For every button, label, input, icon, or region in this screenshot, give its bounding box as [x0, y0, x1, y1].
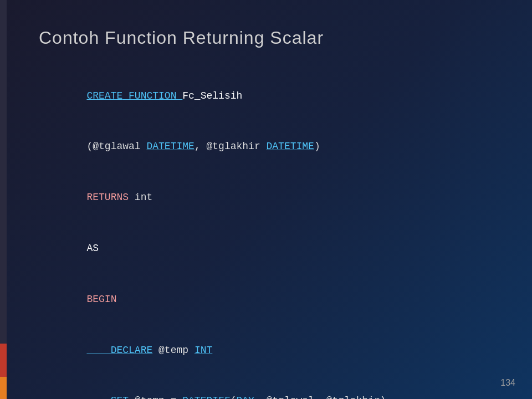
keyword-datediff: DATEDIFF [182, 395, 230, 399]
keyword-returns: RETURNS [86, 192, 129, 203]
code-line-4: AS [39, 223, 499, 274]
param-suffix: ) [314, 141, 320, 152]
keyword-set: SET [86, 395, 129, 399]
accent-bar-red [0, 344, 7, 377]
datediff-rest: , @tglawal, @tglakhir) [254, 395, 386, 399]
datetime2: DATETIME [267, 141, 314, 152]
param2: , @tglakhir [195, 141, 267, 152]
code-line-1: CREATE FUNCTION Fc_Selisih [39, 70, 499, 121]
keyword-as: AS [86, 243, 99, 254]
code-line-2: (@tglawal DATETIME, @tglakhir DATETIME) [39, 121, 499, 172]
keyword-create: CREATE [86, 90, 122, 101]
keyword-function: FUNCTION [122, 90, 182, 101]
datediff-open: ( [231, 395, 237, 399]
declare-var: @temp [152, 345, 195, 356]
code-line-3: RETURNS int [39, 172, 499, 223]
keyword-declare: DECLARE [86, 345, 152, 356]
slide-title: Contoh Function Returning Scalar [39, 28, 499, 48]
accent-bar-orange [0, 377, 7, 399]
datetime1: DATETIME [146, 141, 194, 152]
keyword-int: INT [195, 345, 212, 356]
set-code: @temp = [129, 395, 182, 399]
keyword-begin: BEGIN [86, 294, 116, 305]
returns-type: int [129, 192, 152, 203]
accent-bar-dark [0, 0, 7, 344]
code-line-6: DECLARE @temp INT [39, 325, 499, 376]
function-name: Fc_Selisih [182, 90, 242, 101]
param-prefix: (@tglawal [86, 141, 146, 152]
code-block: CREATE FUNCTION Fc_Selisih (@tglawal DAT… [39, 70, 499, 399]
slide: Contoh Function Returning Scalar CREATE … [0, 0, 532, 399]
main-content: Contoh Function Returning Scalar CREATE … [17, 0, 532, 399]
page-number: 134 [500, 378, 515, 388]
code-line-7: SET @temp = DATEDIFF(DAY, @tglawal, @tgl… [39, 376, 499, 399]
keyword-day: DAY [237, 395, 254, 399]
code-line-5: BEGIN [39, 274, 499, 325]
accent-bars [0, 0, 7, 399]
